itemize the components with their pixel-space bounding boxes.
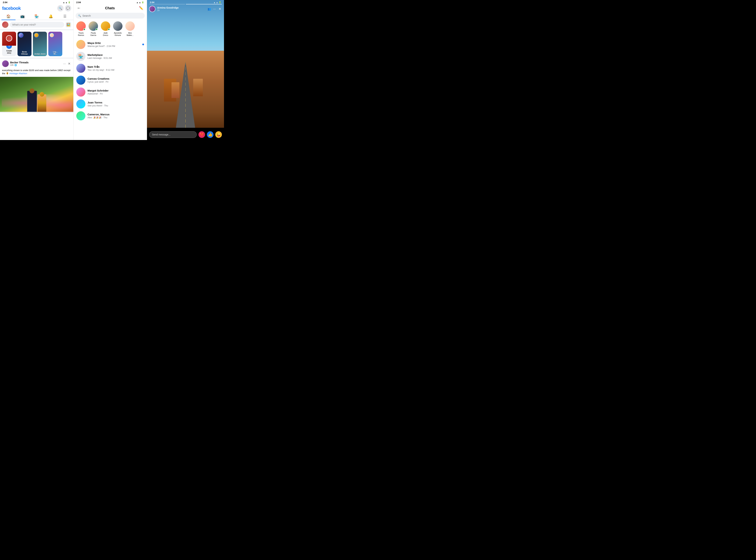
canvas-name: Canvas Creatives [87,77,144,80]
post-author-name: Becker Threads [10,61,28,64]
story-card-log[interactable]: Log...Wi... [48,32,62,56]
marketplace-info: Marketplace Last message · 9:01 AM [87,53,144,60]
post-time: 10h [10,64,14,66]
story-time-display: 2:04 [150,1,154,4]
like-reaction-button[interactable]: 👍 [207,131,214,138]
alex-avatar-wrap [125,21,135,31]
apostolis-avatar [113,21,122,31]
video-icon: 📺 [20,14,25,18]
alex-avatar [125,21,135,31]
feed-time: 2:04 [3,1,7,4]
facebook-logo: facebook [2,6,21,11]
post-bar: 🖼️ [0,20,73,30]
search-placeholder: Search [82,14,91,17]
active-friend-paula[interactable]: PaulaGarcía [88,21,98,36]
create-story-label: Createstory [6,50,12,54]
nav-home[interactable]: 🏠 [1,13,16,20]
post-text: everything shown is under $100 and was m… [0,68,73,77]
bell-icon: 🔔 [49,14,53,18]
margot-info: Margot Schröder Awesome! · Fri [87,89,144,95]
create-story-card[interactable]: + Createstory [2,32,16,56]
cameron-name: Cameron, Marcus [87,113,144,116]
chats-header: ← Chats ✏️ [74,4,147,13]
maya-name: Maya Ortiz [87,41,140,45]
nav-menu[interactable]: ☰ [58,13,72,20]
reply-input[interactable] [149,131,197,138]
hashtag-fashion: #fashion [19,72,27,75]
story-card-bente[interactable]: BenteOthman [18,32,32,56]
canvas-preview: Cyrus: just sent! · Fri [87,80,144,83]
chats-time: 2:04 [76,1,81,4]
nam-preview: You: on my way! · 9:12 AM [87,68,144,72]
nam-info: Nam Trần You: on my way! · 9:12 AM [87,65,144,72]
chat-item-maya[interactable]: Maya Ortiz Wanna get food? · 2:04 PM [74,39,147,51]
chat-item-margot[interactable]: Margot Schröder Awesome! · Fri [74,86,147,98]
messenger-button[interactable]: 💬 [65,5,71,12]
wifi-icon: ▲ [63,1,65,3]
back-button[interactable]: ← [76,5,82,11]
active-friends-row: TravisRamos PaulaGarcía JadeGreco Aposto… [74,20,147,39]
jade-online-dot [108,28,110,31]
chat-item-cameron[interactable]: Cameron, Marcus Alex: 🎉🎉🎉 · Thu [74,110,147,122]
post-more-button[interactable]: ··· [62,61,66,66]
menu-icon: ☰ [63,14,66,18]
story-close-button[interactable]: ✕ [218,6,222,12]
margot-avatar [76,87,85,97]
story-wifi-icon: ▲ [214,1,215,3]
nam-avatar [76,64,85,73]
active-friend-apostolis[interactable]: ApostolisKimura [113,21,122,36]
nav-marketplace[interactable]: 🏪 [29,13,44,20]
chat-list: Maya Ortiz Wanna get food? · 2:04 PM 🏪 M… [74,39,147,140]
chats-battery-icon: 🔋 [142,1,144,3]
story-more-button[interactable]: ··· [213,6,217,12]
post-close-button[interactable]: ✕ [67,61,71,66]
post-author-avatar [2,60,9,67]
margot-preview: Awesome! · Fri [87,93,144,95]
feed-status-icons: ▲ ▲ 🔋 [63,1,71,3]
canvas-info: Canvas Creatives Cyrus: just sent! · Fri [87,77,144,83]
nav-notifications[interactable]: 🔔 [44,13,58,20]
cameron-avatar [76,111,85,120]
post-input[interactable] [10,22,64,27]
nam-name: Nam Trần [87,65,144,68]
nav-video[interactable]: 📺 [16,13,30,20]
feed-header: facebook 🔍 💬 [0,4,73,13]
apostolis-avatar-wrap [113,21,122,31]
story-user-avatar [149,6,155,12]
story-time-ago: 1h [157,9,179,12]
chat-item-canvas[interactable]: Canvas Creatives Cyrus: just sent! · Fri [74,74,147,86]
story-status-icons: ▲ ▲ 🔋 [214,1,221,3]
group-icon: 👥 [207,7,211,11]
mesa-center [172,82,179,98]
active-friend-jade[interactable]: JadeGreco [101,21,110,36]
story-status-bar: 2:04 ▲ ▲ 🔋 [147,0,224,4]
active-friend-travis[interactable]: TravisRamos [76,21,86,36]
post-header-actions: ··· ✕ [62,61,71,66]
maya-avatar [76,40,85,49]
add-photo-button[interactable]: 🖼️ [66,22,71,27]
wow-reaction-button[interactable]: 😜 [215,131,222,138]
marketplace-avatar: 🏪 [76,52,85,61]
chats-wifi-icon: ▲ [136,1,138,3]
apostolis-name: ApostolisKimura [114,32,122,36]
post-card: Becker Threads 10h 🌐 ··· ✕ everything sh… [0,59,73,113]
post-meta: 10h 🌐 [10,64,28,66]
compose-button[interactable]: ✏️ [138,5,144,11]
chats-search[interactable]: 🔍 Search [76,13,145,19]
signal-icon: ▲ [65,1,67,3]
active-friend-alex[interactable]: AlexWalke... [125,21,135,36]
story-card-jordan[interactable]: Jordan Jones [33,32,47,56]
stories-row: + Createstory BenteOthman Jordan Jones L… [0,30,73,59]
search-button[interactable]: 🔍 [57,5,63,12]
story-panel: 2:04 ▲ ▲ 🔋 Armina Goodridge 1h 👥 ··· ✕ ❤… [147,0,224,140]
chat-item-juan[interactable]: Juan Torres See you there! · Thu [74,98,147,110]
chat-item-marketplace[interactable]: 🏪 Marketplace Last message · 9:01 AM [74,51,147,62]
alex-name: AlexWalke... [126,32,133,36]
chat-item-nam[interactable]: Nam Trần You: on my way! · 9:12 AM [74,62,147,74]
cameron-info: Cameron, Marcus Alex: 🎉🎉🎉 · Thu [87,113,144,119]
story-signal-icon: ▲ [216,1,218,3]
maya-unread-dot [142,44,144,45]
feed-panel: 2:04 ▲ ▲ 🔋 facebook 🔍 💬 🏠 📺 🏪 🔔 ☰ [0,0,74,140]
story-user-info: Armina Goodridge 1h [149,6,179,12]
heart-reaction-button[interactable]: ❤️ [198,131,205,138]
